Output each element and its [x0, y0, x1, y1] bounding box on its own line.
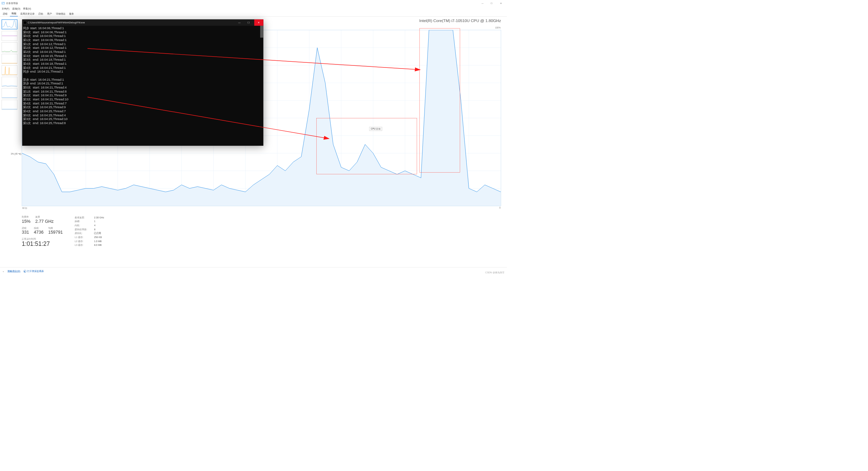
tab-processes[interactable]: 进程 — [1, 12, 9, 17]
chevron-down-icon[interactable]: ⌄ — [2, 270, 4, 273]
virt-k: 虚拟化: — [75, 231, 93, 235]
l2-v: 1.0 MB — [94, 239, 101, 243]
uptime-lbl: 正常运行时间 — [22, 237, 63, 241]
menubar: 文件(F) 选项(O) 查看(V) — [0, 6, 507, 11]
sidebar-thumb-cpu[interactable] — [2, 19, 18, 29]
app-icon — [2, 2, 5, 5]
thread-lbl: 线程 — [34, 227, 44, 230]
time-label: 60 秒 — [22, 207, 27, 210]
below-chart-label: 1% (45 ℃) — [11, 153, 21, 155]
speed-lbl: 速度 — [35, 215, 54, 219]
console-maximize-button[interactable]: ☐ — [244, 19, 253, 26]
minimize-button[interactable]: — — [478, 0, 487, 6]
console-title: C:\Users\WH\source\repos\FW\FW\bin\Debug… — [28, 21, 85, 25]
l1-k: L1 缓存: — [75, 235, 93, 239]
l3-v: 8.0 MB — [94, 243, 101, 247]
console-minimize-button[interactable]: — — [235, 19, 244, 26]
brief-info-link[interactable]: 简略信息(D) — [7, 270, 20, 273]
stats-panel: 利用率 15% 速度 2.77 GHz 进程 331 线程 4736 句柄 15… — [22, 215, 501, 247]
stats-right: 基准速度:2.30 GHz 插槽:1 内核:4 逻辑处理器:8 虚拟化:已启用 … — [75, 215, 104, 247]
l1-v: 256 KB — [94, 235, 102, 239]
watermark: CSDN @菜鸟厚非 — [485, 271, 505, 274]
sidebar-thumb-memory[interactable] — [2, 31, 18, 41]
cores-v: 4 — [94, 223, 95, 228]
console-titlebar[interactable]: C:\Users\WH\source\repos\FW\FW\bin\Debug… — [22, 19, 263, 26]
console-scrollbar[interactable] — [260, 26, 263, 38]
uptime-val: 1:01:51:27 — [22, 241, 63, 248]
sidebar-thumb-gpu1[interactable] — [2, 100, 18, 110]
max-label: 100% — [495, 26, 500, 30]
base-speed-k: 基准速度: — [75, 215, 93, 219]
maximize-button[interactable]: ☐ — [487, 0, 496, 6]
menu-options[interactable]: 选项(O) — [12, 7, 20, 11]
sidebar-thumb-disk0[interactable] — [2, 42, 18, 52]
tabbar: 进程 性能 应用历史记录 启动 用户 详细信息 服务 — [0, 11, 507, 17]
sidebar-thumb-network1[interactable] — [2, 77, 18, 87]
annotation-rect-2 — [419, 28, 460, 173]
annotation-rect-1 — [316, 118, 417, 174]
tab-users[interactable]: 用户 — [45, 12, 53, 17]
util-val: 15% — [22, 219, 31, 224]
base-speed-v: 2.30 GHz — [94, 215, 104, 219]
logical-k: 逻辑处理器: — [75, 227, 93, 231]
virt-v: 已启用 — [94, 231, 101, 235]
footer: ⌄ 简略信息(D) ◐打开资源监视器 — [0, 267, 507, 275]
sockets-v: 1 — [94, 219, 95, 223]
tab-details[interactable]: 详细信息 — [54, 12, 67, 17]
menu-view[interactable]: 查看(V) — [23, 7, 31, 11]
menu-file[interactable]: 文件(F) — [2, 7, 9, 11]
resmon-icon: ◐ — [23, 270, 26, 273]
cpu-model: Intel(R) Core(TM) i7-10510U CPU @ 1.80GH… — [419, 19, 501, 23]
tab-app-history[interactable]: 应用历史记录 — [19, 12, 36, 17]
sidebar-thumb-gpu0[interactable] — [2, 88, 18, 98]
tab-services[interactable]: 服务 — [68, 12, 76, 17]
console-close-button[interactable]: ✕ — [254, 19, 263, 26]
zero-label: 0 — [499, 207, 501, 210]
stats-left: 利用率 15% 速度 2.77 GHz 进程 331 线程 4736 句柄 15… — [22, 215, 63, 247]
cores-k: 内核: — [75, 223, 93, 228]
sidebar-thumb-disk1[interactable] — [2, 54, 18, 64]
tab-performance[interactable]: 性能 — [10, 11, 18, 17]
cpu-tooltip: CPU 活动 — [369, 127, 382, 131]
console-icon — [23, 21, 26, 24]
close-button[interactable]: ✕ — [496, 0, 506, 6]
resmon-link[interactable]: ◐打开资源监视器 — [23, 270, 44, 273]
handle-val: 159791 — [48, 230, 63, 235]
handle-lbl: 句柄 — [48, 227, 63, 230]
window-title: 任务管理器 — [6, 1, 18, 5]
proc-val: 331 — [22, 230, 29, 235]
l3-k: L3 缓存: — [75, 243, 93, 247]
l2-k: L2 缓存: — [75, 239, 93, 243]
speed-val: 2.77 GHz — [35, 219, 54, 224]
proc-lbl: 进程 — [22, 227, 29, 230]
console-output[interactable]: 同步 start: 16:04:06,Thread:1 第0次 start: 1… — [22, 26, 263, 125]
tab-startup[interactable]: 启动 — [37, 12, 45, 17]
sidebar — [0, 18, 20, 265]
titlebar: 任务管理器 — ☐ ✕ — [0, 0, 507, 6]
util-lbl: 利用率 — [22, 215, 31, 219]
thread-val: 4736 — [34, 230, 44, 235]
sidebar-thumb-network0[interactable] — [2, 65, 18, 75]
console-window[interactable]: C:\Users\WH\source\repos\FW\FW\bin\Debug… — [22, 19, 263, 146]
logical-v: 8 — [94, 227, 95, 231]
sockets-k: 插槽: — [75, 219, 93, 223]
